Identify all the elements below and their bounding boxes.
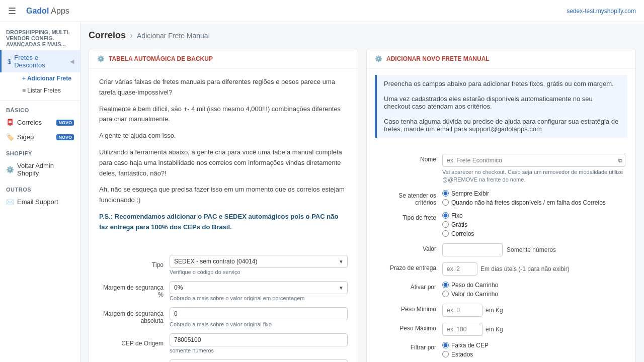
ativar-valor[interactable]: Valor do Carrinho	[442, 291, 625, 298]
menu-icon[interactable]: ☰	[8, 6, 16, 17]
cep-origem-input[interactable]	[170, 333, 348, 346]
prazo-row: Prazo de entrega Em dias úteis (-1 para …	[377, 262, 625, 276]
right-section-title: ⚙️ ADICIONAR NOVO FRETE MANUAL	[367, 49, 635, 69]
margem-abs-label: Margem de segurança absoluta	[99, 310, 170, 324]
valor-control: Somente números	[442, 243, 625, 256]
correios-icon: 📮	[6, 119, 14, 126]
filtrar-label: Filtrar por	[377, 342, 442, 351]
estados-label: Estados	[451, 351, 473, 358]
margem-abs-input[interactable]	[170, 307, 348, 320]
criterios-option-quando-nao[interactable]: Quando não há fretes disponíveis / em fa…	[442, 199, 625, 206]
para-highlight: P.S.: Recomendamos adicionar o PAC e SED…	[99, 212, 348, 233]
nome-input[interactable]	[442, 154, 625, 167]
tipo-row: Tipo SEDEX - sem contrato (04014) ▼ Veri…	[99, 255, 348, 275]
valor-input-row: Somente números	[442, 243, 625, 256]
peso-max-input-row: em Kg	[442, 323, 625, 336]
valor-input[interactable]	[442, 243, 503, 256]
margem-abs-hint: Cobrado a mais sobre o valor original fi…	[170, 321, 348, 327]
cep-origem-hint: somente números	[170, 347, 348, 353]
nome-input-wrap: ⧉	[442, 154, 625, 167]
info-line-2: Uma vez cadastrados eles estarão disponí…	[384, 95, 620, 110]
peso-max-input[interactable]	[442, 323, 482, 336]
ativar-label: Ativar por	[377, 282, 442, 291]
listar-fretes-label: ≡ Listar Fretes	[22, 87, 61, 94]
tipo-frete-radio-correios[interactable]	[442, 230, 449, 237]
add-frete-label: + Adicionar Frete	[22, 75, 71, 82]
faixa-cep-label: Faixa de CEP	[451, 342, 489, 349]
tipo-control: SEDEX - sem contrato (04014) ▼ Verifique…	[170, 255, 348, 275]
admin-icon: ⚙️	[6, 166, 14, 173]
right-panel: ⚙️ ADICIONAR NOVO FRETE MANUAL Preencha …	[366, 49, 636, 362]
margem-pct-control: 0% ▼ Cobrado a mais sobre o valor origin…	[170, 281, 348, 301]
prazo-hint: Em dias úteis (-1 para não exibir)	[480, 265, 570, 273]
section-shopify: SHOPIFY	[0, 144, 80, 158]
peso-min-input[interactable]	[442, 304, 482, 317]
ativar-peso[interactable]: Peso do Carrinho	[442, 282, 625, 289]
info-line-1: Preencha os campos abaixo para adicionar…	[384, 80, 620, 87]
main-content: Correios › Adicionar Frete Manual ⚙️ TAB…	[80, 22, 644, 362]
filtrar-radio-faixa-cep[interactable]	[442, 342, 449, 348]
sidebar-top-label: DROPSHIPPING, MULTI-VENDOR CONFIG. AVANÇ…	[0, 26, 80, 50]
tipo-frete-radio-gratis[interactable]	[442, 221, 449, 228]
fixo-label: Fixo	[451, 212, 463, 219]
tipo-frete-radio-group: Fixo Grátis Correios	[442, 212, 625, 237]
tipo-frete-correios[interactable]: Correios	[442, 230, 625, 237]
peso-min-row: Peso Mínimo em Kg	[377, 304, 625, 317]
cep-origem-control: somente números	[170, 333, 348, 353]
peso-min-control: em Kg	[442, 304, 625, 317]
collapse-icon[interactable]: ◀	[70, 58, 74, 65]
sidebar-sub-listar-fretes[interactable]: ≡ Listar Fretes	[10, 84, 80, 97]
copy-icon[interactable]: ⧉	[618, 157, 622, 164]
tipo-frete-fixo[interactable]: Fixo	[442, 212, 625, 219]
ativar-radio-peso[interactable]	[442, 282, 449, 288]
vendor-select[interactable]	[170, 359, 348, 362]
para-1: Criar várias faixas de fretes manuais pa…	[99, 77, 348, 98]
tipo-frete-control: Fixo Grátis Correios	[442, 212, 625, 237]
left-form: Tipo SEDEX - sem contrato (04014) ▼ Veri…	[89, 247, 358, 362]
voltar-admin-label: Voltar Admin Shopify	[17, 162, 74, 177]
criterios-label: Se atender os critérios	[377, 190, 442, 206]
criterios-radio-quando-nao[interactable]	[442, 199, 449, 206]
tipo-frete-gratis[interactable]: Grátis	[442, 221, 625, 228]
peso-max-unit: em Kg	[486, 326, 503, 333]
ativar-control: Peso do Carrinho Valor do Carrinho	[442, 282, 625, 298]
margem-pct-row: Margem de segurança % 0% ▼ Cobrado a mai…	[99, 281, 348, 301]
filtrar-radio-estados[interactable]	[442, 351, 449, 357]
gratis-label: Grátis	[451, 221, 467, 228]
valor-hint: Somente números	[507, 246, 556, 253]
margem-pct-hint: Cobrado a mais sobre o valor original em…	[170, 295, 348, 301]
criterios-radio-sempre[interactable]	[442, 190, 449, 197]
tipo-select[interactable]: SEDEX - sem contrato (04014)	[170, 255, 348, 268]
store-link[interactable]: sedex-test.myshopify.com	[567, 8, 636, 15]
tipo-frete-radio-fixo[interactable]	[442, 212, 449, 219]
margem-pct-select[interactable]: 0%	[170, 281, 348, 294]
peso-min-label: Peso Mínimo	[377, 304, 442, 313]
sidebar-item-correios[interactable]: 📮 Correios NOVO	[0, 115, 80, 130]
prazo-input[interactable]	[442, 262, 477, 276]
left-card-body: Criar várias faixas de fretes manuais pa…	[89, 69, 358, 247]
criterios-sempre-label: Sempre Exibir	[451, 190, 489, 197]
filtrar-estados[interactable]: Estados	[442, 351, 625, 358]
prazo-control: Em dias úteis (-1 para não exibir)	[442, 262, 625, 276]
sidebar-item-email-support[interactable]: ✉️ Email Support	[0, 195, 80, 209]
page-header: Correios › Adicionar Frete Manual	[89, 30, 636, 41]
two-col-layout: ⚙️ TABELA AUTOMÁGICA DE BACKUP Criar vár…	[89, 49, 636, 362]
fretes-label: Fretes e Descontos	[14, 54, 67, 69]
para-3: A gente te ajuda com isso.	[99, 131, 348, 141]
correios-frete-label: Correios	[451, 230, 474, 237]
info-blue-bar: Preencha os campos abaixo para adicionar…	[375, 75, 627, 138]
cep-origem-label: CEP de Origem	[99, 340, 170, 347]
ativar-radio-valor[interactable]	[442, 291, 449, 297]
sidebar-item-sigep[interactable]: 🏷️ Sigep NOVO	[0, 130, 80, 144]
valor-label: Valor	[377, 243, 442, 252]
email-support-label: Email Support	[17, 198, 58, 206]
prazo-input-row: Em dias úteis (-1 para não exibir)	[442, 262, 625, 276]
peso-min-input-row: em Kg	[442, 304, 625, 317]
filtrar-faixa-cep[interactable]: Faixa de CEP	[442, 342, 625, 349]
sidebar-item-fretes[interactable]: $ Fretes e Descontos ◀	[0, 50, 80, 72]
criterios-option-sempre[interactable]: Sempre Exibir	[442, 190, 625, 197]
sidebar-sub-adicionar-frete[interactable]: + Adicionar Frete	[10, 72, 80, 84]
vendor-select-wrap: ▼	[170, 359, 348, 362]
sidebar-item-voltar-admin[interactable]: ⚙️ Voltar Admin Shopify	[0, 158, 80, 180]
right-info: Preencha os campos abaixo para adicionar…	[367, 69, 635, 152]
